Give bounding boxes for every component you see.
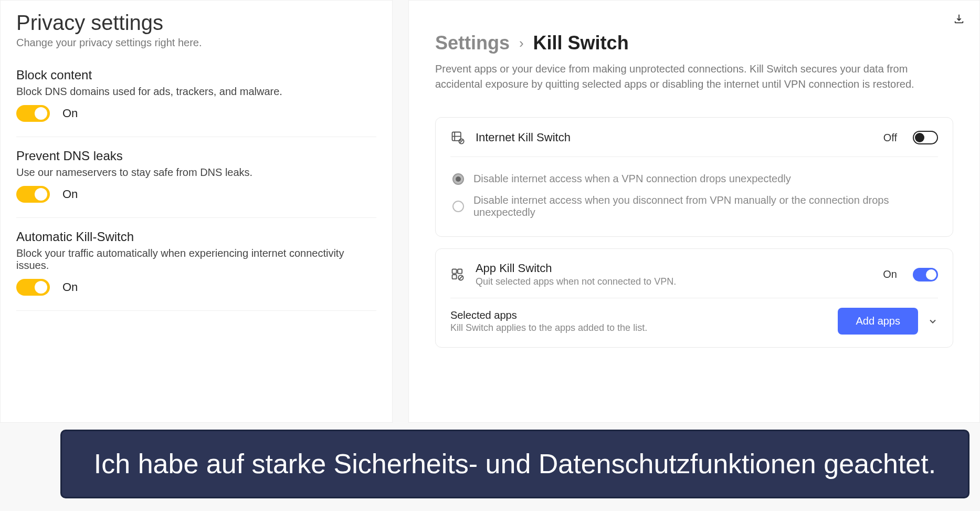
setting-desc: Use our nameservers to stay safe from DN…: [16, 166, 376, 179]
radio-label: Disable internet access when a VPN conne…: [473, 173, 791, 185]
breadcrumb-settings[interactable]: Settings: [435, 32, 510, 54]
radio-icon: [452, 201, 464, 212]
toggle-state-label: On: [62, 187, 78, 201]
app-ks-toggle[interactable]: [913, 268, 938, 281]
radio-label: Disable internet access when you disconn…: [473, 194, 938, 218]
app-kill-switch-card: App Kill Switch Quit selected apps when …: [435, 248, 953, 348]
radio-option-auto-drop[interactable]: Disable internet access when a VPN conne…: [450, 169, 938, 190]
page-description: Prevent apps or your device from making …: [435, 61, 953, 92]
toggle-state-label: On: [62, 280, 78, 294]
app-ks-state-label: On: [883, 268, 897, 280]
breadcrumb: Settings › Kill Switch: [435, 32, 953, 54]
breadcrumb-current: Kill Switch: [533, 32, 629, 54]
selected-apps-desc: Kill Switch applies to the apps added to…: [450, 322, 829, 333]
setting-title: Block content: [16, 68, 376, 82]
svg-rect-3: [458, 269, 462, 273]
svg-rect-2: [452, 269, 456, 273]
setting-block-content: Block content Block DNS domains used for…: [16, 68, 376, 137]
globe-block-icon: [450, 130, 465, 145]
setting-title: Automatic Kill-Switch: [16, 230, 376, 244]
app-ks-title: App Kill Switch: [476, 262, 872, 275]
toggle-prevent-dns[interactable]: [16, 186, 50, 203]
toggle-state-label: On: [62, 107, 78, 120]
setting-prevent-dns: Prevent DNS leaks Use our nameservers to…: [16, 149, 376, 218]
internet-ks-title: Internet Kill Switch: [476, 131, 873, 144]
caption-banner: Ich habe auf starke Sicherheits- und Dat…: [60, 430, 970, 498]
setting-title: Prevent DNS leaks: [16, 149, 376, 163]
setting-desc: Block your traffic automatically when ex…: [16, 247, 376, 272]
internet-ks-state-label: Off: [883, 132, 897, 144]
kill-switch-panel: Settings › Kill Switch Prevent apps or y…: [408, 0, 980, 423]
internet-kill-switch-card: Internet Kill Switch Off Disable interne…: [435, 117, 953, 237]
privacy-settings-panel: Privacy settings Change your privacy set…: [0, 0, 393, 423]
selected-apps-title: Selected apps: [450, 309, 829, 321]
page-subtitle: Change your privacy settings right here.: [16, 37, 376, 49]
setting-desc: Block DNS domains used for ads, trackers…: [16, 86, 376, 98]
toggle-auto-kill-switch[interactable]: [16, 279, 50, 296]
toggle-block-content[interactable]: [16, 105, 50, 122]
app-ks-desc: Quit selected apps when not connected to…: [476, 276, 872, 287]
apps-block-icon: [450, 267, 465, 282]
internet-ks-toggle[interactable]: [913, 131, 938, 144]
export-icon[interactable]: [953, 13, 965, 25]
radio-option-manual-or-drop[interactable]: Disable internet access when you disconn…: [450, 190, 938, 224]
setting-auto-kill-switch: Automatic Kill-Switch Block your traffic…: [16, 230, 376, 311]
internet-ks-options: Disable internet access when a VPN conne…: [450, 157, 938, 224]
chevron-right-icon: ›: [519, 35, 524, 51]
radio-icon: [452, 173, 464, 185]
chevron-down-icon[interactable]: [928, 316, 938, 327]
selected-apps-row: Selected apps Kill Switch applies to the…: [450, 298, 938, 335]
page-title: Privacy settings: [16, 11, 376, 35]
svg-rect-4: [452, 275, 456, 279]
add-apps-button[interactable]: Add apps: [838, 308, 918, 335]
